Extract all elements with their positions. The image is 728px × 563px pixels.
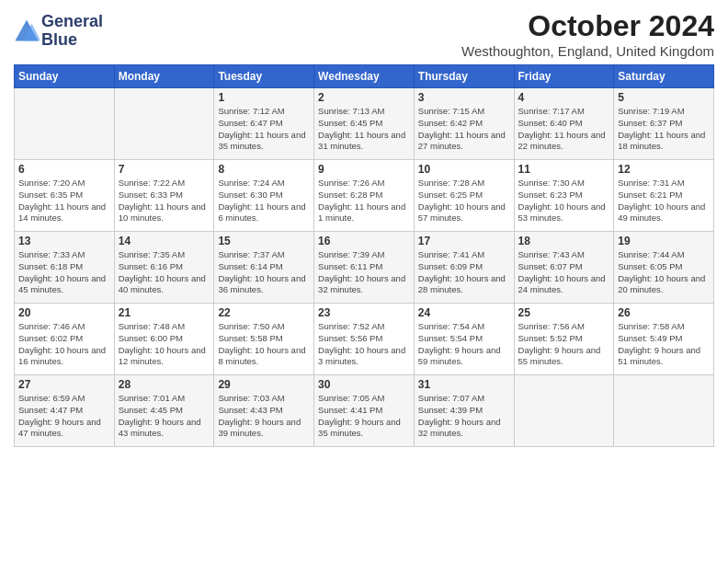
calendar-cell: 17Sunrise: 7:41 AM Sunset: 6:09 PM Dayli… xyxy=(414,232,514,304)
day-number: 29 xyxy=(218,378,310,391)
day-content: Sunrise: 7:56 AM Sunset: 5:52 PM Dayligh… xyxy=(518,321,610,368)
calendar-cell: 2Sunrise: 7:13 AM Sunset: 6:45 PM Daylig… xyxy=(314,88,415,160)
day-content: Sunrise: 7:58 AM Sunset: 5:49 PM Dayligh… xyxy=(618,321,710,368)
calendar-cell: 5Sunrise: 7:19 AM Sunset: 6:37 PM Daylig… xyxy=(614,88,714,160)
month-title: October 2024 xyxy=(461,9,714,43)
calendar-header-row: Sunday Monday Tuesday Wednesday Thursday… xyxy=(15,65,714,88)
logo-text: General Blue xyxy=(41,13,103,50)
day-number: 31 xyxy=(418,378,510,391)
day-number: 10 xyxy=(418,163,510,176)
day-content: Sunrise: 7:43 AM Sunset: 6:07 PM Dayligh… xyxy=(518,249,610,296)
day-number: 12 xyxy=(618,163,710,176)
calendar-cell: 31Sunrise: 7:07 AM Sunset: 4:39 PM Dayli… xyxy=(414,375,514,447)
day-number: 13 xyxy=(18,235,110,247)
day-number: 3 xyxy=(418,91,510,104)
day-content: Sunrise: 7:44 AM Sunset: 6:05 PM Dayligh… xyxy=(618,249,710,296)
calendar-cell xyxy=(514,375,614,447)
day-number: 21 xyxy=(119,306,210,319)
calendar-cell: 11Sunrise: 7:30 AM Sunset: 6:23 PM Dayli… xyxy=(514,160,614,232)
day-number: 18 xyxy=(518,235,610,247)
day-content: Sunrise: 7:46 AM Sunset: 6:02 PM Dayligh… xyxy=(18,321,110,368)
day-number: 14 xyxy=(119,235,210,247)
day-content: Sunrise: 7:37 AM Sunset: 6:14 PM Dayligh… xyxy=(218,249,310,296)
calendar-cell: 28Sunrise: 7:01 AM Sunset: 4:45 PM Dayli… xyxy=(114,375,214,447)
day-number: 25 xyxy=(518,306,610,319)
day-number: 11 xyxy=(518,163,610,176)
calendar-cell: 29Sunrise: 7:03 AM Sunset: 4:43 PM Dayli… xyxy=(214,375,314,447)
calendar-cell: 19Sunrise: 7:44 AM Sunset: 6:05 PM Dayli… xyxy=(614,232,714,304)
calendar-table: Sunday Monday Tuesday Wednesday Thursday… xyxy=(14,64,714,447)
calendar-cell xyxy=(114,88,214,160)
calendar-cell: 20Sunrise: 7:46 AM Sunset: 6:02 PM Dayli… xyxy=(15,304,115,375)
day-number: 17 xyxy=(418,235,510,247)
day-content: Sunrise: 7:20 AM Sunset: 6:35 PM Dayligh… xyxy=(18,178,110,224)
calendar-week-4: 20Sunrise: 7:46 AM Sunset: 6:02 PM Dayli… xyxy=(15,304,714,375)
day-content: Sunrise: 7:30 AM Sunset: 6:23 PM Dayligh… xyxy=(518,178,610,224)
calendar-cell: 9Sunrise: 7:26 AM Sunset: 6:28 PM Daylig… xyxy=(314,160,415,232)
day-content: Sunrise: 7:26 AM Sunset: 6:28 PM Dayligh… xyxy=(318,178,410,224)
calendar-cell: 18Sunrise: 7:43 AM Sunset: 6:07 PM Dayli… xyxy=(514,232,614,304)
page-container: General Blue October 2024 Westhoughton, … xyxy=(0,0,728,452)
day-number: 1 xyxy=(218,91,310,104)
col-friday: Friday xyxy=(514,65,614,88)
calendar-cell: 16Sunrise: 7:39 AM Sunset: 6:11 PM Dayli… xyxy=(314,232,415,304)
day-content: Sunrise: 7:35 AM Sunset: 6:16 PM Dayligh… xyxy=(119,249,210,296)
calendar-cell: 12Sunrise: 7:31 AM Sunset: 6:21 PM Dayli… xyxy=(614,160,714,232)
calendar-cell: 13Sunrise: 7:33 AM Sunset: 6:18 PM Dayli… xyxy=(15,232,115,304)
day-number: 5 xyxy=(618,91,710,104)
calendar-cell: 23Sunrise: 7:52 AM Sunset: 5:56 PM Dayli… xyxy=(314,304,415,375)
day-number: 23 xyxy=(318,306,410,319)
header: General Blue October 2024 Westhoughton, … xyxy=(14,9,714,59)
calendar-cell: 3Sunrise: 7:15 AM Sunset: 6:42 PM Daylig… xyxy=(414,88,514,160)
day-content: Sunrise: 7:48 AM Sunset: 6:00 PM Dayligh… xyxy=(119,321,210,368)
logo-icon xyxy=(14,18,40,44)
day-number: 24 xyxy=(418,306,510,319)
day-content: Sunrise: 7:22 AM Sunset: 6:33 PM Dayligh… xyxy=(119,178,210,224)
day-number: 27 xyxy=(18,378,110,391)
calendar-cell: 22Sunrise: 7:50 AM Sunset: 5:58 PM Dayli… xyxy=(214,304,314,375)
day-content: Sunrise: 7:50 AM Sunset: 5:58 PM Dayligh… xyxy=(218,321,310,368)
col-sunday: Sunday xyxy=(15,65,115,88)
day-content: Sunrise: 7:13 AM Sunset: 6:45 PM Dayligh… xyxy=(318,106,410,153)
day-content: Sunrise: 7:41 AM Sunset: 6:09 PM Dayligh… xyxy=(418,249,510,296)
day-content: Sunrise: 7:17 AM Sunset: 6:40 PM Dayligh… xyxy=(518,106,610,153)
calendar-week-3: 13Sunrise: 7:33 AM Sunset: 6:18 PM Dayli… xyxy=(15,232,714,304)
day-content: Sunrise: 7:15 AM Sunset: 6:42 PM Dayligh… xyxy=(418,106,510,153)
col-saturday: Saturday xyxy=(614,65,714,88)
day-number: 19 xyxy=(618,235,710,247)
calendar-week-5: 27Sunrise: 6:59 AM Sunset: 4:47 PM Dayli… xyxy=(15,375,714,447)
day-number: 2 xyxy=(318,91,410,104)
calendar-week-1: 1Sunrise: 7:12 AM Sunset: 6:47 PM Daylig… xyxy=(15,88,714,160)
day-number: 20 xyxy=(18,306,110,319)
col-tuesday: Tuesday xyxy=(214,65,314,88)
day-content: Sunrise: 7:28 AM Sunset: 6:25 PM Dayligh… xyxy=(418,178,510,224)
calendar-cell: 25Sunrise: 7:56 AM Sunset: 5:52 PM Dayli… xyxy=(514,304,614,375)
logo-line1: General xyxy=(41,13,103,31)
calendar-cell: 24Sunrise: 7:54 AM Sunset: 5:54 PM Dayli… xyxy=(414,304,514,375)
title-block: October 2024 Westhoughton, England, Unit… xyxy=(461,9,714,59)
day-number: 7 xyxy=(119,163,210,176)
calendar-cell xyxy=(614,375,714,447)
calendar-cell: 7Sunrise: 7:22 AM Sunset: 6:33 PM Daylig… xyxy=(114,160,214,232)
day-content: Sunrise: 7:33 AM Sunset: 6:18 PM Dayligh… xyxy=(18,249,110,296)
day-content: Sunrise: 7:31 AM Sunset: 6:21 PM Dayligh… xyxy=(618,178,710,224)
calendar-cell: 26Sunrise: 7:58 AM Sunset: 5:49 PM Dayli… xyxy=(614,304,714,375)
col-wednesday: Wednesday xyxy=(314,65,415,88)
calendar-cell: 4Sunrise: 7:17 AM Sunset: 6:40 PM Daylig… xyxy=(514,88,614,160)
day-content: Sunrise: 7:39 AM Sunset: 6:11 PM Dayligh… xyxy=(318,249,410,296)
day-number: 30 xyxy=(318,378,410,391)
location-subtitle: Westhoughton, England, United Kingdom xyxy=(461,43,714,59)
day-number: 4 xyxy=(518,91,610,104)
calendar-cell xyxy=(15,88,115,160)
day-content: Sunrise: 7:52 AM Sunset: 5:56 PM Dayligh… xyxy=(318,321,410,368)
day-content: Sunrise: 7:12 AM Sunset: 6:47 PM Dayligh… xyxy=(218,106,310,153)
calendar-cell: 30Sunrise: 7:05 AM Sunset: 4:41 PM Dayli… xyxy=(314,375,415,447)
calendar-week-2: 6Sunrise: 7:20 AM Sunset: 6:35 PM Daylig… xyxy=(15,160,714,232)
logo-line2: Blue xyxy=(41,31,103,50)
day-content: Sunrise: 7:54 AM Sunset: 5:54 PM Dayligh… xyxy=(418,321,510,368)
calendar-cell: 8Sunrise: 7:24 AM Sunset: 6:30 PM Daylig… xyxy=(214,160,314,232)
calendar-cell: 1Sunrise: 7:12 AM Sunset: 6:47 PM Daylig… xyxy=(214,88,314,160)
day-number: 9 xyxy=(318,163,410,176)
day-number: 28 xyxy=(119,378,210,391)
calendar-cell: 21Sunrise: 7:48 AM Sunset: 6:00 PM Dayli… xyxy=(114,304,214,375)
